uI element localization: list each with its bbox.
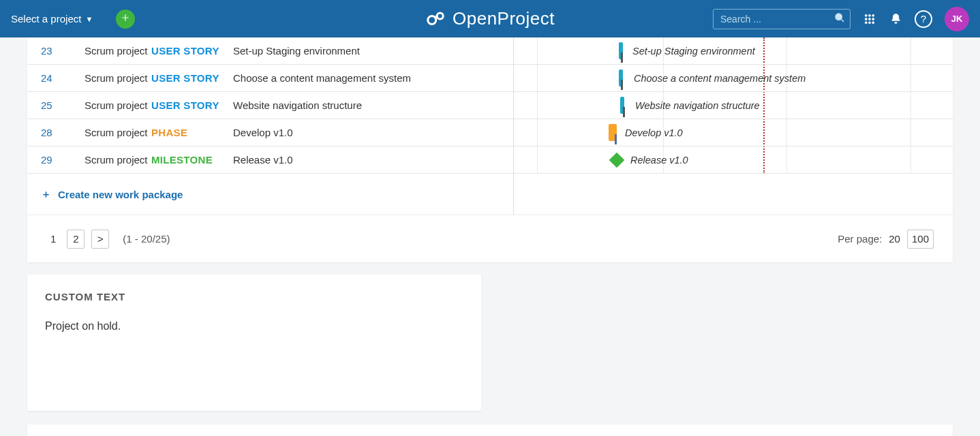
brand-logo-icon [425, 9, 446, 29]
wp-id-link[interactable]: 28 [41, 127, 85, 138]
plus-icon [121, 13, 130, 25]
wp-id-link[interactable]: 29 [41, 154, 85, 166]
work-package-table: 23Scrum projectUSER STORYSet-up Staging … [27, 37, 514, 215]
search-wrap [713, 9, 851, 29]
wp-subject[interactable]: Release v1.0 [233, 154, 513, 166]
wp-type: USER STORY [151, 99, 233, 111]
svg-point-7 [869, 18, 871, 20]
search-icon[interactable] [834, 12, 845, 26]
wp-project: Scrum project [85, 127, 151, 138]
gantt-milestone-diamond[interactable] [609, 153, 625, 168]
pagination-current-page: 1 [46, 233, 60, 245]
pagination-left: 1 2 > (1 - 20/25) [46, 230, 170, 249]
svg-point-6 [865, 18, 867, 20]
wp-subject[interactable]: Choose a content management system [233, 72, 513, 84]
gantt-row[interactable]: Release v1.0 [514, 146, 953, 174]
wp-id-link[interactable]: 24 [41, 72, 85, 84]
work-package-card: 23Scrum projectUSER STORYSet-up Staging … [27, 37, 953, 262]
gantt-label: Website navigation structure [635, 100, 760, 111]
topbar-right: ? JK [713, 7, 969, 31]
gantt-label: Develop v1.0 [625, 127, 683, 138]
help-icon[interactable]: ? [915, 10, 932, 28]
top-bar: Select a project ▼ OpenProject ? JK [0, 0, 980, 37]
wp-project: Scrum project [85, 72, 151, 84]
wp-type: MILESTONE [151, 154, 233, 166]
per-page-option[interactable]: 100 [907, 230, 934, 249]
table-row[interactable]: 28Scrum projectPHASEDevelop v1.0 [27, 119, 513, 146]
table-row[interactable]: 24Scrum projectUSER STORYChoose a conten… [27, 65, 513, 92]
per-page-label: Per page: [838, 233, 882, 245]
table-row[interactable]: 29Scrum projectMILESTONERelease v1.0 [27, 146, 513, 174]
gantt-row[interactable]: Website navigation structure [514, 92, 953, 119]
wp-type: USER STORY [151, 72, 233, 84]
gantt-row[interactable]: Choose a content management system [514, 65, 953, 92]
bell-icon[interactable] [889, 12, 902, 26]
wp-id-link[interactable]: 23 [41, 45, 85, 57]
gantt-progress-marker [621, 52, 623, 63]
avatar[interactable]: JK [945, 7, 969, 31]
custom-text-title: CUSTOM TEXT [45, 291, 463, 302]
gantt-label: Set-up Staging environment [632, 46, 755, 57]
pagination-bar: 1 2 > (1 - 20/25) Per page: 20 100 [27, 215, 953, 262]
search-input[interactable] [713, 9, 851, 29]
wp-project: Scrum project [85, 99, 151, 111]
svg-point-8 [872, 18, 874, 20]
pagination-next[interactable]: > [91, 230, 109, 249]
svg-point-11 [872, 21, 874, 23]
gantt-progress-marker [621, 80, 623, 90]
svg-point-10 [869, 21, 871, 23]
add-button[interactable] [116, 10, 135, 29]
plus-icon: ＋ [41, 188, 51, 201]
wp-subject[interactable]: Develop v1.0 [233, 127, 513, 138]
custom-text-body: Project on hold. [45, 320, 463, 332]
avatar-initials: JK [951, 14, 963, 24]
svg-point-2 [836, 14, 842, 20]
pagination-page[interactable]: 2 [67, 230, 85, 249]
per-page-current: 20 [889, 233, 900, 245]
gantt-progress-marker [615, 134, 617, 144]
create-work-package-label: Create new work package [58, 189, 183, 200]
gantt-label: Choose a content management system [634, 73, 806, 84]
gantt-label: Release v1.0 [630, 155, 688, 166]
page-body: 23Scrum projectUSER STORYSet-up Staging … [0, 37, 980, 436]
wp-type: PHASE [151, 127, 233, 138]
gantt-padding [514, 174, 953, 215]
blank-widget [27, 424, 953, 436]
gantt-progress-marker [623, 107, 625, 117]
table-row[interactable]: 23Scrum projectUSER STORYSet-up Staging … [27, 37, 513, 65]
table-row[interactable]: 25Scrum projectUSER STORYWebsite navigat… [27, 92, 513, 119]
wp-type: USER STORY [151, 45, 233, 57]
caret-down-icon: ▼ [85, 15, 93, 23]
svg-point-3 [865, 14, 867, 16]
svg-point-5 [872, 14, 874, 16]
brand: OpenProject [425, 8, 555, 29]
gantt-chart: Set-up Staging environmentChoose a conte… [514, 37, 953, 215]
create-work-package-link[interactable]: ＋Create new work package [27, 174, 513, 215]
pagination-range: (1 - 20/25) [123, 233, 170, 245]
wp-project: Scrum project [85, 45, 151, 57]
project-selector[interactable]: Select a project ▼ [11, 13, 93, 25]
apps-icon[interactable] [863, 12, 876, 26]
project-selector-label: Select a project [11, 13, 81, 25]
wp-project: Scrum project [85, 154, 151, 166]
brand-name: OpenProject [453, 8, 555, 29]
gantt-row[interactable]: Develop v1.0 [514, 119, 953, 146]
wp-subject[interactable]: Website navigation structure [233, 99, 513, 111]
wp-id-link[interactable]: 25 [41, 99, 85, 111]
svg-point-9 [865, 21, 867, 23]
gantt-row[interactable]: Set-up Staging environment [514, 37, 953, 65]
svg-point-4 [869, 14, 871, 16]
custom-text-widget: CUSTOM TEXT Project on hold. [27, 275, 481, 411]
pagination-right: Per page: 20 100 [838, 230, 934, 249]
wp-subject[interactable]: Set-up Staging environment [233, 45, 513, 57]
